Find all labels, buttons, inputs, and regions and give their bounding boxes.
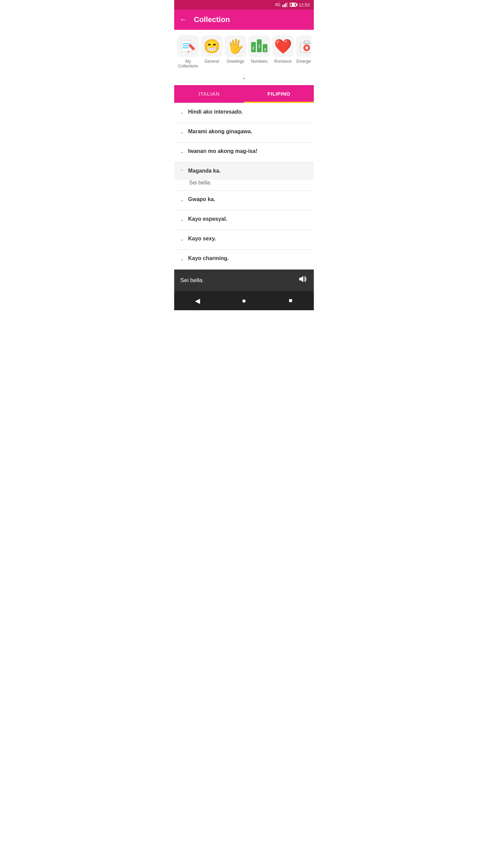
- category-icon-greetings: 🖐️: [225, 35, 246, 57]
- audio-phrase-text: Sei bella.: [180, 277, 204, 284]
- app-title: Collection: [194, 15, 230, 24]
- tab-italian[interactable]: ITALIAN: [174, 85, 244, 103]
- tab-label-italian: ITALIAN: [199, 91, 220, 97]
- network-icon: 4G: [275, 2, 280, 7]
- phrase-item-2: ⌄ Marami akong ginagawa.: [174, 123, 314, 143]
- phrase-header-4[interactable]: ⌄ Maganda ka.: [174, 162, 314, 180]
- svg-rect-2: [285, 3, 286, 7]
- chevron-icon-7: ⌄: [180, 236, 184, 242]
- phrase-text-4: Maganda ka.: [188, 168, 221, 174]
- expand-chevron-icon[interactable]: ⌄: [242, 74, 247, 81]
- chevron-icon-8: ⌄: [180, 255, 184, 262]
- chevron-icon-1: ⌄: [180, 109, 184, 115]
- category-icon-emergency: [296, 35, 311, 57]
- back-button[interactable]: [190, 293, 205, 308]
- phrase-item-6: ⌄ Kayo espesyal.: [174, 211, 314, 230]
- svg-text:1: 1: [258, 44, 260, 48]
- audio-bar: Sei bella.: [174, 270, 314, 291]
- phrase-list: ⌄ Hindi ako interesado. ⌄ Marami akong g…: [174, 103, 314, 270]
- phrase-header-1[interactable]: ⌄ Hindi ako interesado.: [174, 103, 314, 121]
- chevron-icon-3: ⌄: [180, 148, 184, 155]
- category-icon-general: 😁: [201, 35, 223, 57]
- phrase-header-5[interactable]: ⌄ Gwapo ka.: [174, 191, 314, 208]
- tab-filipino[interactable]: FILIPINO: [244, 85, 314, 103]
- app-bar: ← Collection: [174, 9, 314, 30]
- phrase-item-7: ⌄ Kayo sexy.: [174, 230, 314, 250]
- phrase-header-3[interactable]: ⌄ Iwanan mo akong mag-isa!: [174, 143, 314, 160]
- phrase-header-2[interactable]: ⌄ Marami akong ginagawa.: [174, 123, 314, 140]
- category-icon-numbers: 2 1 3: [248, 35, 270, 57]
- tab-label-filipino: FILIPINO: [267, 91, 290, 97]
- phrase-text-8: Kayo charming.: [188, 255, 229, 261]
- svg-text:2: 2: [252, 46, 255, 50]
- expand-row: ⌄: [174, 72, 314, 85]
- phrase-text-5: Gwapo ka.: [188, 196, 215, 202]
- category-label-my-collections: My Collections: [177, 59, 199, 69]
- category-section: My Collections 😁 General 🖐️ Greetings 2 …: [174, 30, 314, 72]
- phrase-item-1: ⌄ Hindi ako interesado.: [174, 103, 314, 123]
- phrase-text-7: Kayo sexy.: [188, 236, 216, 242]
- category-label-numbers: Numbers: [251, 59, 268, 64]
- recents-button[interactable]: [283, 293, 298, 308]
- category-item-romance[interactable]: ❤️ Romance: [272, 35, 294, 69]
- signal-icon: [282, 2, 288, 7]
- clock: 12:53: [299, 2, 310, 7]
- status-bar: 4G ⚡ 12:53: [174, 0, 314, 9]
- phrase-header-7[interactable]: ⌄ Kayo sexy.: [174, 230, 314, 248]
- language-tabs: ITALIAN FILIPINO: [174, 85, 314, 103]
- chevron-icon-5: ⌄: [180, 196, 184, 203]
- phrase-text-6: Kayo espesyal.: [188, 216, 227, 222]
- phrase-text-3: Iwanan mo akong mag-isa!: [188, 148, 257, 154]
- battery-icon: ⚡: [290, 3, 297, 7]
- chevron-icon-4: ⌄: [180, 168, 184, 174]
- phrase-text-1: Hindi ako interesado.: [188, 109, 243, 115]
- phrase-item-5: ⌄ Gwapo ka.: [174, 191, 314, 211]
- category-item-numbers[interactable]: 2 1 3 Numbers: [248, 35, 270, 69]
- svg-marker-23: [299, 276, 303, 282]
- audio-play-icon[interactable]: [298, 274, 308, 287]
- svg-rect-0: [282, 5, 283, 7]
- category-label-greetings: Greetings: [227, 59, 244, 64]
- category-label-emergency: Emergency: [297, 59, 311, 64]
- chevron-icon-6: ⌄: [180, 216, 184, 222]
- svg-rect-1: [284, 4, 285, 7]
- nav-bar: [174, 291, 314, 310]
- category-icon-my-collections: [177, 35, 199, 57]
- category-item-greetings[interactable]: 🖐️ Greetings: [224, 35, 247, 69]
- chevron-icon-2: ⌄: [180, 129, 184, 135]
- phrase-header-8[interactable]: ⌄ Kayo charming.: [174, 250, 314, 267]
- category-label-general: General: [205, 59, 219, 64]
- phrase-item-8: ⌄ Kayo charming.: [174, 250, 314, 270]
- category-row: My Collections 😁 General 🖐️ Greetings 2 …: [177, 35, 311, 69]
- home-button[interactable]: [237, 293, 251, 308]
- back-button[interactable]: ←: [180, 15, 187, 24]
- phrase-item-4: ⌄ Maganda ka. Sei bella.: [174, 162, 314, 191]
- svg-rect-3: [287, 2, 288, 7]
- category-icon-romance: ❤️: [272, 35, 294, 57]
- category-label-romance: Romance: [274, 59, 291, 64]
- phrase-item-3: ⌄ Iwanan mo akong mag-isa!: [174, 143, 314, 162]
- category-item-emergency[interactable]: Emergency: [296, 35, 311, 69]
- phrase-header-6[interactable]: ⌄ Kayo espesyal.: [174, 211, 314, 228]
- svg-marker-11: [187, 52, 189, 53]
- category-item-my-collections[interactable]: My Collections: [177, 35, 199, 69]
- svg-text:3: 3: [264, 48, 266, 52]
- phrase-translation-4: Sei bella.: [174, 180, 314, 191]
- phrase-text-2: Marami akong ginagawa.: [188, 129, 252, 135]
- svg-rect-22: [305, 47, 308, 48]
- category-item-general[interactable]: 😁 General: [201, 35, 223, 69]
